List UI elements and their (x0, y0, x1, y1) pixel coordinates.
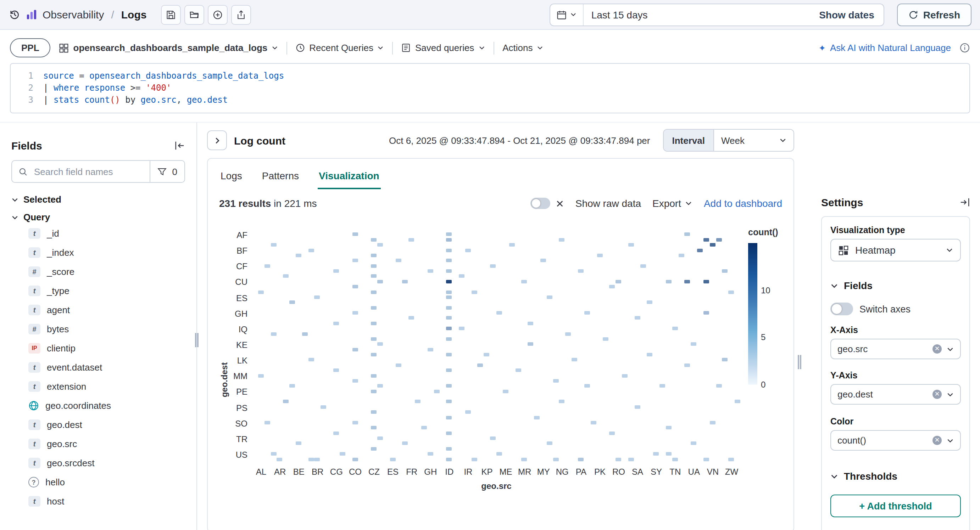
save-icon[interactable] (161, 5, 180, 24)
field-name: _index (47, 247, 74, 258)
thresholds-section-header[interactable]: Thresholds (830, 470, 961, 482)
heatmap-cell (333, 368, 339, 372)
field-item-_index[interactable]: t_index (11, 243, 185, 262)
field-item-hello[interactable]: ?hello (11, 473, 185, 492)
field-name: host (47, 496, 64, 506)
interval-label: Interval (664, 130, 714, 151)
line-number: 3 (11, 94, 43, 106)
x-tick-label: AR (274, 467, 286, 477)
tab-patterns[interactable]: Patterns (261, 166, 300, 189)
collapse-settings-panel-icon[interactable] (959, 197, 970, 208)
field-item-geo.dest[interactable]: tgeo.dest (11, 415, 185, 434)
breadcrumb-page: Logs (121, 8, 147, 21)
heatmap-cell (616, 457, 621, 461)
heatmap-cell (528, 343, 533, 346)
query-language-button[interactable]: PPL (10, 38, 51, 57)
field-item-extension[interactable]: textension (11, 377, 185, 396)
field-name: _type (47, 286, 70, 296)
x-tick-label: SY (651, 467, 662, 477)
settings-panel-resizer-handle[interactable] (798, 355, 801, 369)
page-toolbar (161, 5, 251, 24)
info-icon[interactable] (959, 43, 970, 53)
ppl-query-editor[interactable]: 1source = opensearch_dashboards_sample_d… (10, 63, 970, 113)
heatmap-cell (446, 280, 452, 283)
field-group-selected[interactable]: Selected (11, 194, 185, 205)
expand-panel-button[interactable] (207, 130, 227, 150)
field-filter-button[interactable]: 0 (150, 161, 185, 182)
clear-icon[interactable]: ✕ (932, 436, 942, 445)
collapse-fields-panel-icon[interactable] (175, 140, 185, 151)
heatmap-cell (547, 295, 552, 299)
show-dates-button[interactable]: Show dates (810, 9, 884, 20)
clear-icon[interactable]: ✕ (932, 390, 942, 399)
legend-title: count() (748, 227, 782, 237)
color-select[interactable]: count() ✕ (830, 430, 961, 451)
date-picker-calendar-button[interactable] (550, 4, 584, 25)
field-item-geo.src[interactable]: tgeo.src (11, 434, 185, 454)
close-icon[interactable] (556, 200, 564, 207)
x-axis-select[interactable]: geo.src ✕ (830, 339, 961, 359)
field-item-event.dataset[interactable]: tevent.dataset (11, 358, 185, 377)
fields-section-header[interactable]: Fields (830, 280, 961, 291)
heatmap-cell (352, 421, 358, 424)
heatmap-cell (371, 290, 377, 294)
refresh-button[interactable]: Refresh (897, 3, 972, 26)
ask-ai-button[interactable]: ✦ Ask AI with Natural Language (819, 43, 951, 53)
heatmap-cell (553, 457, 558, 461)
interval-select[interactable]: Week (714, 130, 794, 151)
folder-open-icon[interactable] (184, 5, 204, 24)
add-threshold-button[interactable]: + Add threshold (830, 495, 961, 517)
field-item-host[interactable]: thost (11, 492, 185, 511)
y-axis-select[interactable]: geo.dest ✕ (830, 384, 961, 405)
heatmap-cell (553, 379, 558, 382)
heatmap-cell (390, 457, 395, 461)
clear-icon[interactable]: ✕ (932, 344, 942, 354)
x-tick-label: NG (556, 467, 569, 477)
dataset-selector[interactable]: opensearch_dashboards_sample_data_logs (59, 43, 278, 53)
heatmap-cell (296, 254, 301, 257)
show-raw-data-toggle[interactable] (531, 198, 550, 209)
field-item-geo.coordinates[interactable]: geo.coordinates (11, 396, 185, 415)
heatmap-cell (716, 238, 722, 242)
heatmap-cell (628, 457, 634, 461)
heatmap-cell (672, 327, 678, 330)
field-item-_type[interactable]: t_type (11, 281, 185, 300)
heatmap-cell (446, 416, 452, 419)
date-range-value[interactable]: Last 15 days (584, 9, 655, 20)
viz-type-select[interactable]: Heatmap (830, 239, 961, 262)
recent-queries-button[interactable]: Recent Queries (296, 43, 384, 53)
text-field-icon: t (29, 496, 40, 506)
actions-menu-button[interactable]: Actions (503, 43, 543, 53)
recent-history-icon[interactable] (8, 8, 21, 21)
tab-visualization[interactable]: Visualization (317, 166, 381, 189)
y-tick-label: CU (235, 278, 248, 287)
heatmap-cell (296, 442, 301, 445)
field-item-agent[interactable]: tagent (11, 300, 185, 319)
switch-axes-toggle[interactable] (830, 303, 853, 315)
share-icon[interactable] (231, 5, 251, 24)
field-filter-count: 0 (172, 166, 177, 177)
field-item-clientip[interactable]: IPclientip (11, 339, 185, 358)
add-icon[interactable] (207, 5, 227, 24)
field-item-_id[interactable]: t_id (11, 224, 185, 243)
export-button[interactable]: Export (652, 198, 692, 209)
chevron-down-icon (11, 196, 18, 203)
field-group-query[interactable]: Query (11, 212, 185, 222)
settings-panel: Settings Visualization type Heatmap Fiel… (813, 122, 980, 530)
field-item-bytes[interactable]: #bytes (11, 319, 185, 339)
saved-queries-button[interactable]: Saved queries (402, 43, 485, 53)
breadcrumb-app[interactable]: Observability (43, 8, 104, 21)
fields-panel-resizer-handle[interactable] (195, 333, 199, 347)
add-to-dashboard-button[interactable]: Add to dashboard (704, 198, 782, 209)
field-item-geo.srcdest[interactable]: tgeo.srcdest (11, 454, 185, 473)
heatmap-cell (584, 384, 590, 388)
divider (286, 41, 287, 54)
field-item-_score[interactable]: #_score (11, 262, 185, 281)
field-search-input[interactable] (33, 165, 143, 178)
heatmap-cell (609, 285, 615, 288)
tab-logs[interactable]: Logs (219, 166, 243, 189)
x-tick-label: MR (518, 467, 531, 477)
x-tick-label: ZW (725, 467, 738, 477)
heatmap-cell (547, 442, 552, 445)
chevron-down-icon (478, 44, 485, 51)
